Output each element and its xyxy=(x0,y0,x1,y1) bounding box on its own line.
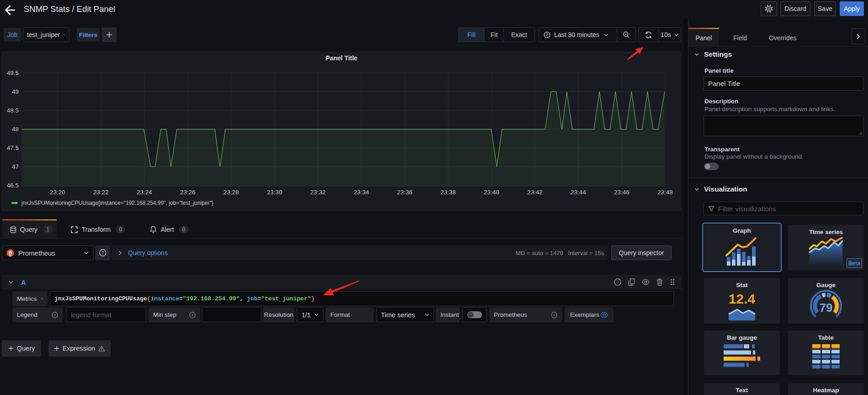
svg-text:79: 79 xyxy=(820,301,833,315)
svg-text:23:22: 23:22 xyxy=(93,189,109,196)
svg-text:23:28: 23:28 xyxy=(223,189,239,196)
svg-text:23:20: 23:20 xyxy=(50,189,65,196)
svg-text:23:32: 23:32 xyxy=(310,189,326,196)
svg-text:49.5: 49.5 xyxy=(7,69,19,76)
svg-text:49: 49 xyxy=(12,88,19,95)
svg-text:23:36: 23:36 xyxy=(397,189,413,196)
svg-text:?: ? xyxy=(616,279,619,284)
svg-text:23:40: 23:40 xyxy=(484,189,499,196)
svg-text:23:38: 23:38 xyxy=(440,189,456,196)
svg-text:46.5: 46.5 xyxy=(7,182,19,189)
svg-text:47: 47 xyxy=(12,163,19,170)
svg-text:23:44: 23:44 xyxy=(571,189,586,196)
svg-text:23:24: 23:24 xyxy=(137,189,152,196)
svg-text:23:42: 23:42 xyxy=(527,189,543,196)
svg-text:23:30: 23:30 xyxy=(267,189,282,196)
svg-text:23:26: 23:26 xyxy=(180,189,196,196)
svg-text:23:48: 23:48 xyxy=(657,189,673,196)
svg-text:23:34: 23:34 xyxy=(354,189,369,196)
svg-text:47.5: 47.5 xyxy=(7,144,19,151)
svg-text:?: ? xyxy=(101,250,104,255)
svg-text:jnxJsSPUMonitoringCPUUsage{ins: jnxJsSPUMonitoringCPUUsage{instance="192… xyxy=(21,200,213,206)
svg-text:48.5: 48.5 xyxy=(7,107,19,114)
svg-text:48: 48 xyxy=(12,126,19,133)
svg-text:23:46: 23:46 xyxy=(614,189,630,196)
